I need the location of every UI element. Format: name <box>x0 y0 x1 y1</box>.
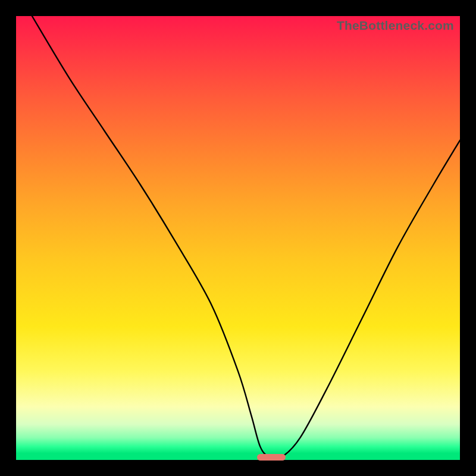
bottleneck-marker <box>257 454 286 461</box>
plot-area: TheBottleneck.com <box>16 16 460 460</box>
bottleneck-curve <box>16 16 460 460</box>
curve-path <box>32 16 460 458</box>
